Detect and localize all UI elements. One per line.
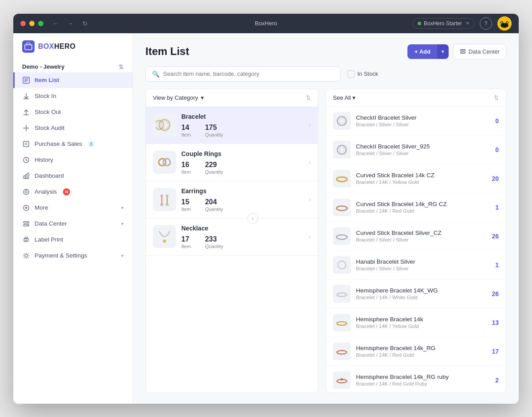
item-list-icon xyxy=(22,76,30,84)
data-center-button[interactable]: Data Center xyxy=(453,44,506,59)
couple-rings-name: Couple Rings xyxy=(181,150,303,157)
couple-rings-info: Couple Rings 16 Item 229 Quantity xyxy=(181,150,303,175)
table-row[interactable]: Curved Stick Bracelet Silver_CZ Bracelet… xyxy=(326,222,506,251)
table-row[interactable]: Curved Stick Bracelet 14k CZ Bracelet / … xyxy=(326,164,506,193)
svg-point-62 xyxy=(337,351,347,354)
sidebar-item-stock-audit[interactable]: Stock Audit xyxy=(13,120,133,136)
starter-badge[interactable]: BoxHero Starter ✕ xyxy=(413,18,474,29)
sidebar: BOXHERO Demo - Jewelry ⇅ Item List Stock… xyxy=(13,33,133,404)
stock-in-icon xyxy=(22,92,30,100)
sidebar-collapse-button[interactable]: ‹ xyxy=(247,213,258,224)
earrings-item-stat: 15 Item xyxy=(181,198,191,212)
svg-point-58 xyxy=(336,235,347,239)
table-row[interactable]: Hemisphere Bracelet 14k_RG Bracelet / 14… xyxy=(326,337,506,366)
svg-point-64 xyxy=(340,378,343,381)
sidebar-item-item-list[interactable]: Item List xyxy=(13,72,133,88)
close-button[interactable] xyxy=(20,21,26,26)
sidebar-item-dashboard[interactable]: Dashboard xyxy=(13,168,133,184)
item-info-8: Hemisphere Bracelet 14k Bracelet / 14K /… xyxy=(356,316,480,329)
category-sort-icon[interactable]: ⇅ xyxy=(306,94,311,101)
sort-icon[interactable]: ⇅ xyxy=(118,63,124,70)
analysis-label: Analysis xyxy=(35,188,57,195)
new-badge: N xyxy=(63,188,70,195)
item-sort-icon[interactable]: ⇅ xyxy=(494,94,499,101)
sidebar-item-more[interactable]: More ▾ xyxy=(13,200,133,216)
window-controls xyxy=(20,21,43,26)
item-qty-2: 0 xyxy=(485,146,499,153)
add-button[interactable]: + Add xyxy=(407,44,438,59)
table-row[interactable]: Hemisphere Bracelet 14k_RG ruby Bracelet… xyxy=(326,366,506,393)
item-info-1: CheckII Bracelet Silver Bracelet / Silve… xyxy=(356,114,480,127)
item-name-1: CheckII Bracelet Silver xyxy=(356,114,480,121)
table-row[interactable]: CheckII Bracelet Silver_925 Bracelet / S… xyxy=(326,136,506,164)
category-item-earrings[interactable]: Earrings 15 Item 204 Quantity xyxy=(146,181,318,218)
item-category-4: Bracelet / 14K / Red Gold xyxy=(356,208,480,214)
category-item-couple-rings[interactable]: Couple Rings 16 Item 229 Quantity xyxy=(146,144,318,181)
svg-point-21 xyxy=(25,191,27,193)
sidebar-item-payment-settings[interactable]: Payment & Settings ▾ xyxy=(13,248,133,264)
maximize-button[interactable] xyxy=(38,21,43,26)
stock-audit-label: Stock Audit xyxy=(35,125,65,131)
back-button[interactable]: ← xyxy=(51,19,60,28)
couple-rings-item-stat: 16 Item xyxy=(181,161,191,175)
avatar[interactable] xyxy=(497,16,512,31)
item-info-6: Hanabi Bracelet Silver Bracelet / Silver… xyxy=(356,258,480,271)
svg-rect-31 xyxy=(25,237,27,239)
data-center-icon xyxy=(22,220,30,228)
stock-in-label: Stock In xyxy=(35,93,56,99)
reload-button[interactable]: ↻ xyxy=(81,19,90,28)
minimize-button[interactable] xyxy=(29,21,35,26)
item-thumb-6 xyxy=(333,256,351,274)
sidebar-item-data-center[interactable]: Data Center ▾ xyxy=(13,216,133,232)
instock-checkbox[interactable] xyxy=(348,70,355,78)
data-center-btn-icon xyxy=(460,48,466,55)
see-all-button[interactable]: See All ▾ xyxy=(333,94,356,101)
stock-out-icon xyxy=(22,108,30,116)
necklace-item-label: Item xyxy=(181,244,191,249)
couple-rings-item-count: 16 xyxy=(181,161,189,169)
sidebar-item-purchase-sales[interactable]: Purchase & Sales β xyxy=(13,136,133,152)
table-row[interactable]: CheckII Bracelet Silver Bracelet / Silve… xyxy=(326,107,506,136)
add-button-group: + Add ▾ xyxy=(407,44,449,59)
item-list: CheckII Bracelet Silver Bracelet / Silve… xyxy=(326,107,506,393)
necklace-arrow-icon: › xyxy=(309,233,311,240)
sidebar-item-stock-out[interactable]: Stock Out xyxy=(13,104,133,120)
item-info-10: Hemisphere Bracelet 14k_RG ruby Bracelet… xyxy=(356,374,480,386)
bracelet-name: Bracelet xyxy=(181,113,303,120)
window-title: BoxHero xyxy=(255,20,278,27)
svg-point-48 xyxy=(165,204,169,206)
svg-point-52 xyxy=(339,118,344,124)
bracelet-stats: 14 Item 175 Quantity xyxy=(181,124,303,137)
titlebar-right: BoxHero Starter ✕ ? xyxy=(413,16,512,31)
bracelet-info: Bracelet 14 Item 175 Quantity xyxy=(181,113,303,137)
logo: BOXHERO xyxy=(22,40,75,53)
search-input[interactable] xyxy=(163,70,334,77)
svg-point-60 xyxy=(337,293,347,296)
table-row[interactable]: Hanabi Bracelet Silver Bracelet / Silver… xyxy=(326,251,506,280)
svg-point-51 xyxy=(337,117,346,125)
sidebar-item-label-print[interactable]: Label Print xyxy=(13,232,133,248)
table-row[interactable]: Hemisphere Bracelet 14k Bracelet / 14K /… xyxy=(326,308,506,337)
table-row[interactable]: Curved Stick Bracelet 14k_RG CZ Bracelet… xyxy=(326,193,506,222)
instock-filter[interactable]: In Stock xyxy=(348,70,378,78)
svg-point-61 xyxy=(337,322,347,325)
category-item-necklace[interactable]: Necklace 17 Item 233 Quantity xyxy=(146,218,318,256)
sidebar-item-history[interactable]: History xyxy=(13,152,133,168)
forward-button[interactable]: → xyxy=(66,19,75,28)
couple-rings-stats: 16 Item 229 Quantity xyxy=(181,161,303,175)
item-name-9: Hemisphere Bracelet 14k_RG xyxy=(356,345,480,351)
view-by-button[interactable]: View by Category ▾ xyxy=(153,94,204,101)
necklace-info: Necklace 17 Item 233 Quantity xyxy=(181,225,303,249)
item-name-6: Hanabi Bracelet Silver xyxy=(356,258,480,265)
sidebar-item-analysis[interactable]: Analysis N xyxy=(13,184,133,200)
help-button[interactable]: ? xyxy=(480,17,492,30)
bracelet-item-count: 14 xyxy=(181,124,189,132)
starter-close-icon[interactable]: ✕ xyxy=(466,20,469,26)
table-row[interactable]: Hemisphere Bracelet 14K_WG Bracelet / 14… xyxy=(326,280,506,308)
svg-point-46 xyxy=(166,195,168,197)
add-dropdown-button[interactable]: ▾ xyxy=(437,44,449,59)
category-item-bracelet[interactable]: Bracelet 14 Item 175 Quantity xyxy=(146,107,318,144)
sidebar-item-stock-in[interactable]: Stock In xyxy=(13,88,133,104)
item-thumb-10 xyxy=(333,371,351,389)
label-print-label: Label Print xyxy=(35,236,63,243)
